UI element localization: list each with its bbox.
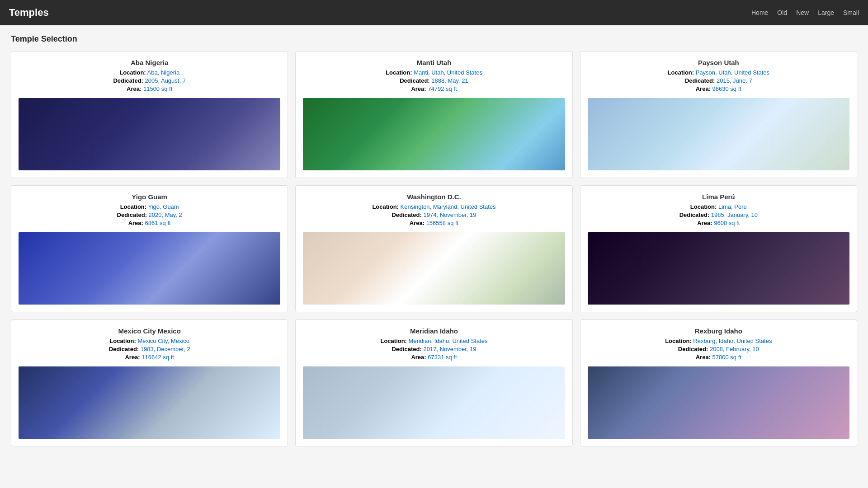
- temple-image: [303, 366, 565, 439]
- temple-image: [588, 98, 849, 170]
- temple-image: [19, 98, 280, 170]
- temple-image: [19, 232, 280, 305]
- temple-location: Location: Payson, Utah, United States: [668, 69, 769, 76]
- temple-location: Location: Lima, Perú: [690, 203, 747, 210]
- temple-dedicated: Dedicated: 2008, February, 10: [678, 346, 759, 352]
- temple-location: Location: Mexico City, Mexico: [109, 338, 189, 344]
- temple-image: [588, 232, 849, 305]
- temple-card-3: Yigo Guam Location: Yigo, Guam Dedicated…: [11, 185, 288, 312]
- temple-area: Area: 9600 sq ft: [697, 220, 740, 226]
- temple-name: Washington D.C.: [407, 193, 461, 201]
- temple-image: [588, 366, 849, 439]
- temple-dedicated: Dedicated: 2005, August, 7: [113, 77, 185, 84]
- temple-name: Mexico City Mexico: [118, 327, 180, 335]
- nav-item-new[interactable]: New: [796, 9, 809, 16]
- temple-card-0: Aba Nigeria Location: Aba, Nigeria Dedic…: [11, 51, 288, 178]
- temple-area: Area: 57000 sq ft: [696, 354, 741, 361]
- temple-dedicated: Dedicated: 2017, November, 19: [392, 346, 476, 352]
- temple-location: Location: Manti, Utah, United States: [386, 69, 482, 76]
- temple-location: Location: Yigo, Guam: [120, 203, 179, 210]
- temple-location: Location: Rexburg, Idaho, United States: [665, 338, 772, 344]
- temple-image: [303, 232, 565, 305]
- temple-area: Area: 156558 sq ft: [410, 220, 458, 226]
- temple-area: Area: 6861 sq ft: [128, 220, 171, 226]
- temple-name: Rexburg Idaho: [695, 327, 742, 335]
- temple-dedicated: Dedicated: 2015, June, 7: [685, 77, 752, 84]
- temple-name: Aba Nigeria: [131, 59, 168, 66]
- temple-name: Lima Perú: [702, 193, 735, 201]
- temple-dedicated: Dedicated: 1974, November, 19: [392, 211, 476, 218]
- temple-name: Payson Utah: [698, 59, 739, 66]
- temple-dedicated: Dedicated: 1888, May, 21: [400, 77, 468, 84]
- app-header: Temples HomeOldNewLargeSmall: [0, 0, 868, 25]
- temple-location: Location: Kensington, Maryland, United S…: [372, 203, 495, 210]
- temple-area: Area: 11500 sq ft: [127, 85, 172, 92]
- temple-dedicated: Dedicated: 2020, May, 2: [117, 211, 182, 218]
- temple-image: [303, 98, 565, 170]
- temple-name: Meridian Idaho: [410, 327, 458, 335]
- temple-area: Area: 67331 sq ft: [411, 354, 457, 361]
- temple-card-7: Meridian Idaho Location: Meridian, Idaho…: [295, 319, 572, 446]
- nav-item-large[interactable]: Large: [818, 9, 834, 16]
- temple-card-8: Rexburg Idaho Location: Rexburg, Idaho, …: [580, 319, 857, 446]
- temple-area: Area: 74792 sq ft: [411, 85, 457, 92]
- nav-item-home[interactable]: Home: [751, 9, 768, 16]
- temple-area: Area: 96630 sq ft: [696, 85, 741, 92]
- temple-dedicated: Dedicated: 1985, January, 10: [679, 211, 758, 218]
- temple-card-5: Lima Perú Location: Lima, Perú Dedicated…: [580, 185, 857, 312]
- temple-area: Area: 116642 sq ft: [125, 354, 174, 361]
- temple-card-6: Mexico City Mexico Location: Mexico City…: [11, 319, 288, 446]
- temple-name: Manti Utah: [417, 59, 452, 66]
- temple-card-4: Washington D.C. Location: Kensington, Ma…: [295, 185, 572, 312]
- app-title: Temples: [9, 7, 49, 19]
- temple-dedicated: Dedicated: 1983, December, 2: [109, 346, 190, 352]
- nav-item-small[interactable]: Small: [843, 9, 859, 16]
- temple-card-2: Payson Utah Location: Payson, Utah, Unit…: [580, 51, 857, 178]
- temple-card-1: Manti Utah Location: Manti, Utah, United…: [295, 51, 572, 178]
- temple-grid: Aba Nigeria Location: Aba, Nigeria Dedic…: [11, 51, 857, 446]
- page-subtitle: Temple Selection: [11, 34, 857, 44]
- temple-image: [19, 366, 280, 439]
- nav-item-old[interactable]: Old: [777, 9, 787, 16]
- temple-name: Yigo Guam: [132, 193, 167, 201]
- main-nav: HomeOldNewLargeSmall: [751, 9, 859, 16]
- temple-location: Location: Meridian, Idaho, United States: [380, 338, 487, 344]
- temple-location: Location: Aba, Nigeria: [119, 69, 179, 76]
